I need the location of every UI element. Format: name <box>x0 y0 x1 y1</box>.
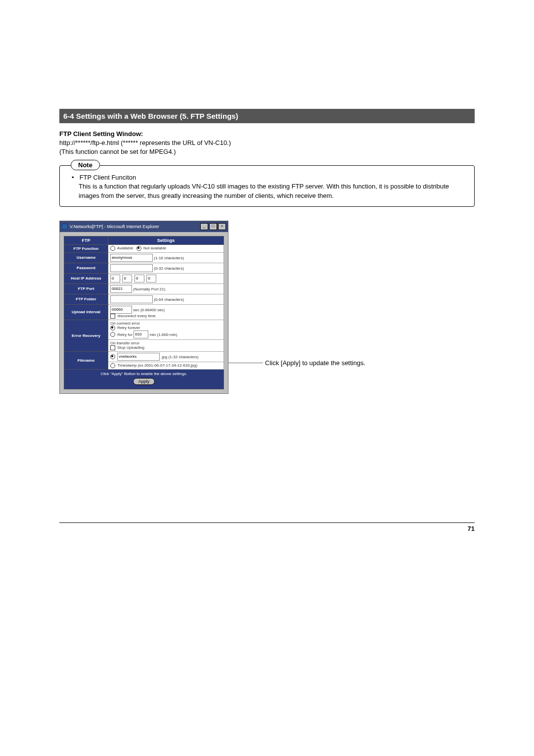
close-icon[interactable]: × <box>218 223 226 230</box>
input-host-1[interactable] <box>110 275 120 283</box>
note-item: • FTP Client Funciton <box>72 174 466 181</box>
apply-button[interactable]: Apply <box>133 378 155 385</box>
input-host-3[interactable] <box>134 275 144 283</box>
apply-hint: Click "Apply" Button to enable the above… <box>65 372 222 376</box>
input-host-2[interactable] <box>122 275 132 283</box>
opt-retry-forever: Retry forever <box>117 326 140 330</box>
body-line-2: (This function cannot be set for MPEG4.) <box>59 147 475 156</box>
minimize-icon[interactable]: _ <box>200 223 208 230</box>
opt-available: Available <box>117 246 133 250</box>
radio-available[interactable] <box>110 246 115 251</box>
label-password: Password <box>64 263 108 273</box>
chk-disconnect[interactable] <box>110 314 115 319</box>
row-folder: FTP Folder (0-64 characters) <box>64 294 224 304</box>
note-label: Note <box>71 160 100 170</box>
input-interval[interactable] <box>110 306 132 314</box>
page-number: 71 <box>59 522 475 532</box>
note-desc: This is a function that regularly upload… <box>72 182 466 200</box>
ie-content: FTP Settings FTP Function Available Not … <box>60 232 228 393</box>
th-settings: Settings <box>108 236 224 244</box>
note-box: Note • FTP Client Funciton This is a fun… <box>59 165 475 206</box>
row-ftp-function: FTP Function Available Not available <box>64 244 224 252</box>
label-filename: Filename <box>64 351 108 369</box>
hint-port: (Normally Port 21) <box>133 286 165 291</box>
label-interval: Upload Interval <box>64 304 108 320</box>
hint-username: (1-16 characters) <box>154 255 184 260</box>
input-folder[interactable] <box>110 295 153 303</box>
ie-app-icon <box>62 224 68 230</box>
body-line-1: http://******/ftp-e.html (****** represe… <box>59 139 475 147</box>
chk-stop-upload[interactable] <box>110 345 115 350</box>
callout-text: Click [Apply] to update the settings. <box>265 359 365 367</box>
input-retry-min[interactable] <box>134 331 148 338</box>
row-error: Error Recovery On connect error Retry fo… <box>64 320 224 351</box>
hint-password: (0-32 characters) <box>154 266 184 270</box>
row-port: FTP Port (Normally Port 21) <box>64 284 224 294</box>
row-username: Username (1-16 characters) <box>64 252 224 263</box>
error-sec2: On transfer error <box>110 341 222 345</box>
page: 6-4 Settings with a Web Browser (5. FTP … <box>0 0 534 562</box>
radio-not-available[interactable] <box>136 246 141 251</box>
input-filename[interactable] <box>117 353 160 361</box>
note-title: FTP Client Funciton <box>80 174 136 181</box>
input-password[interactable] <box>110 264 153 272</box>
label-port: FTP Port <box>64 284 108 294</box>
apply-row: Click "Apply" Button to enable the above… <box>64 370 224 389</box>
row-password: Password (0-32 characters) <box>64 263 224 273</box>
ftp-settings-table: FTP Settings FTP Function Available Not … <box>64 236 224 370</box>
maximize-icon[interactable]: □ <box>209 223 217 230</box>
row-interval: Upload Interval sec (0-86400 sec) discon… <box>64 304 224 320</box>
callout: Click [Apply] to update the settings. <box>228 221 475 367</box>
th-ftp: FTP <box>64 236 108 244</box>
label-ftp-function: FTP Function <box>64 244 108 252</box>
chk-stop-upload-label: Stop Uploading <box>117 345 144 350</box>
radio-retry-forever[interactable] <box>110 326 115 331</box>
hint-interval: sec (0-86400 sec) <box>133 307 165 312</box>
input-port[interactable] <box>110 285 132 293</box>
chk-disconnect-label: disconnect every time <box>117 314 155 318</box>
callout-line-icon <box>228 363 263 363</box>
ie-title-text: V.Networks[FTP] - Microsoft Internet Exp… <box>70 224 159 229</box>
opt-not-available: Not available <box>143 246 166 250</box>
label-error: Error Recovery <box>64 320 108 351</box>
hint-folder: (0-64 characters) <box>154 297 184 301</box>
ie-titlebar: V.Networks[FTP] - Microsoft Internet Exp… <box>60 221 228 232</box>
opt-retry-for-pre: Retry for <box>117 332 133 336</box>
opt-retry-for-post: min (1-600 min) <box>149 332 177 336</box>
section-header: 6-4 Settings with a Web Browser (5. FTP … <box>59 109 475 123</box>
row-filename: Filename .jpg (1-32 characters) Timestam… <box>64 351 224 369</box>
bullet-icon: • <box>72 174 78 181</box>
opt-filename-timestamp: Timestamp (ex.2001-06-07-17-34-12-633.jp… <box>117 363 197 368</box>
radio-filename-custom[interactable] <box>110 354 115 359</box>
row-host: Host IP Address . . . <box>64 273 224 284</box>
radio-filename-timestamp[interactable] <box>110 363 115 368</box>
figure-row: V.Networks[FTP] - Microsoft Internet Exp… <box>59 221 475 394</box>
hint-filename: .jpg (1-32 characters) <box>161 354 198 359</box>
ie-window: V.Networks[FTP] - Microsoft Internet Exp… <box>59 221 228 394</box>
error-sec1: On connect error <box>110 321 222 326</box>
label-folder: FTP Folder <box>64 294 108 304</box>
input-host-4[interactable] <box>146 275 156 283</box>
input-username[interactable] <box>110 254 153 262</box>
radio-retry-for[interactable] <box>110 332 115 337</box>
label-host: Host IP Address <box>64 273 108 284</box>
ftp-client-heading: FTP Client Setting Window: <box>59 130 475 138</box>
label-username: Username <box>64 252 108 263</box>
